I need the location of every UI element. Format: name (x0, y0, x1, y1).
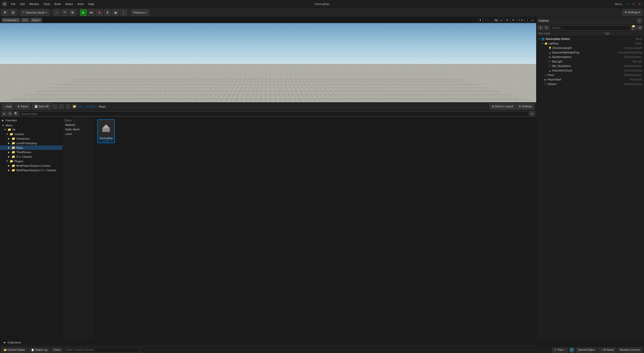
platforms-btn[interactable]: Platforms ▾ (131, 9, 149, 16)
outliner-view-options[interactable]: ⊞ (637, 25, 642, 30)
cb-folder-view[interactable]: 📁 (72, 104, 77, 109)
menu-tools[interactable]: Tools (42, 2, 52, 6)
minimize-button[interactable]: ─ (625, 2, 630, 7)
filter-level[interactable]: Level (64, 132, 94, 136)
output-log-btn[interactable]: 📋 Output Log (29, 347, 49, 352)
menu-window[interactable]: Window (27, 2, 41, 6)
cb-filter-settings[interactable]: ⚙ (8, 111, 13, 116)
menu-actor[interactable]: Actor (75, 2, 86, 6)
tree-levelprototyping[interactable]: ▶ 📁 LevelPrototyping (0, 141, 62, 145)
trace-btn[interactable]: ⏱ Trace ▾ (552, 347, 568, 352)
toolbar-icon-2[interactable]: ⊞ (10, 9, 17, 16)
outliner-filter-btn[interactable]: ▼ (538, 25, 543, 30)
eject-button[interactable]: ⏏ (112, 9, 119, 16)
vp-select-tool[interactable]: ↖ (473, 18, 477, 22)
toolbar-icon-1[interactable]: ⚙ (2, 9, 9, 16)
outliner-sphere[interactable]: ▶ ⬡ Sphere StaticMeshActor (536, 82, 644, 86)
filter-staticmesh[interactable]: Static Mesh (64, 127, 94, 132)
vp-translate-tool[interactable]: ✚ (478, 18, 482, 22)
outliner-skylight[interactable]: ▶ ☀ SkyLight SkyLight (536, 59, 644, 64)
cb-nav-forward[interactable]: → (59, 104, 64, 109)
console-command-input[interactable] (64, 347, 139, 352)
tree-mps-content[interactable]: ▶ 📁 MultiPlayerSession Content (0, 163, 62, 168)
vp-scale-tool[interactable]: ⤡ (489, 18, 493, 22)
outliner-skysphere[interactable]: ▶ ⬡ SM_SkySphere StaticMeshActor (536, 64, 644, 68)
derived-data-btn[interactable]: Derived Data ▾ (576, 347, 597, 352)
breadcrumb-content[interactable]: Content (85, 105, 95, 108)
bottom-bar-right: ⏱ Trace ▾ 🌐 Derived Data ▾ ✓ All Saved R… (552, 347, 642, 352)
tree-thirdperson[interactable]: ▶ 📁 ThirdPerson (0, 150, 62, 154)
outliner-add-folder[interactable]: 📁+ (631, 25, 636, 30)
outliner-skyatmo[interactable]: ▶ 🌤 SkyAtmosphere SkyAtmosphere (536, 55, 644, 59)
cb-filter-btn[interactable]: ▼ (2, 111, 7, 116)
content-drawer-btn[interactable]: 📂 Content Drawer (2, 347, 27, 352)
network-icon[interactable]: 🌐 (569, 347, 574, 352)
cb-search-options[interactable]: ▾ (530, 111, 535, 116)
snap-translate-btn[interactable]: ↔ (53, 9, 60, 16)
cb-import-btn[interactable]: ⬇ Import (15, 103, 30, 110)
cb-settings-btn[interactable]: ⚙ Settings (516, 103, 534, 110)
cb-nav-up[interactable]: ↑ (65, 104, 70, 109)
outliner-cloud[interactable]: ▶ ☁ VolumetricCloud VolumetricCloud (536, 68, 644, 73)
tree-content[interactable]: ▼ 📁 Content (0, 132, 62, 136)
menu-build[interactable]: Build (53, 2, 63, 6)
tree-favorites-header[interactable]: ▶ Favorites (0, 118, 62, 122)
cmd-btn[interactable]: Cmd ▾ (51, 347, 63, 352)
menu-file[interactable]: File (9, 2, 18, 6)
outliner-close-btn[interactable]: ✕ (637, 18, 642, 23)
more-play-btn[interactable]: ⋮ (120, 9, 127, 16)
filter-material[interactable]: Material (64, 123, 94, 127)
revision-control-btn[interactable]: Revision Control ▾ (618, 347, 642, 352)
viewport-3d[interactable]: Perspective ▾ Lit ▾ Show ▾ ↖ ✚ ↷ ⤡ 📷 (0, 17, 536, 102)
restore-button[interactable]: □ (631, 2, 636, 7)
menu-edit[interactable]: Edit (18, 2, 27, 6)
close-button[interactable]: ✕ (637, 2, 642, 7)
tree-cppclasses[interactable]: ▶ 📁 C++ Classes (0, 154, 62, 159)
cb-dock-btn[interactable]: ⊞ Dock in Layout (490, 103, 515, 110)
tree-menu-header[interactable]: ▼ Menu (0, 123, 62, 127)
save-status-btn[interactable]: ✓ All Saved (598, 347, 616, 352)
outliner-settings-btn[interactable]: ⚙ (544, 25, 549, 30)
viewport-perspective-btn[interactable]: Perspective ▾ (2, 18, 20, 22)
menu-help[interactable]: Help (86, 2, 96, 6)
cb-search-input[interactable] (20, 111, 529, 116)
skip-button[interactable]: ⏭ (88, 9, 95, 16)
outliner-playerstart[interactable]: ▶ ▶ PlayerStart PlayerStart (536, 77, 644, 82)
vp-rotate-tool[interactable]: ↷ (483, 18, 488, 22)
asset-startingmap[interactable]: StartingMap Level (97, 119, 115, 143)
mpsc-arrow: ▶ (8, 169, 11, 171)
vp-mode-tool[interactable]: ⊞ (499, 18, 504, 22)
pause-button[interactable]: ⏸ (104, 9, 111, 16)
snap-rotate-btn[interactable]: ↷ (61, 9, 68, 16)
tree-characters[interactable]: ▶ 📁 Characters (0, 136, 62, 141)
viewport-show-btn[interactable]: Show ▾ (30, 18, 42, 22)
tree-maps[interactable]: ▶ 📁 Maps (0, 145, 62, 150)
tree-plugins[interactable]: ▼ 📁 Plugins (0, 159, 62, 163)
outliner-floor[interactable]: ▶ ⬡ Floor StaticMeshActor (536, 73, 644, 77)
drawer-icon: 📂 (4, 348, 7, 351)
outliner-cloud-label: VolumetricCloud (552, 69, 572, 72)
cb-nav-back[interactable]: ← (52, 104, 57, 109)
asset-thumb-startingmap (98, 120, 114, 136)
outliner-startingmap[interactable]: ▼ 🌐 StartingMap (Editor) World (536, 37, 644, 41)
viewport-lit-btn[interactable]: Lit ▾ (21, 18, 29, 22)
outliner-dirlight[interactable]: ▶ 💡 DirectionalLight DirectionalLight (536, 46, 644, 50)
stop-button[interactable]: ■ (96, 9, 103, 16)
settings-btn[interactable]: ⚙ Settings ▾ (622, 9, 642, 16)
vp-camera-tool[interactable]: 📷 (494, 18, 498, 22)
play-button[interactable]: ▶ (80, 9, 87, 16)
menu-select[interactable]: Select (63, 2, 75, 6)
snap-scale-btn[interactable]: ⊞ (69, 9, 76, 16)
cb-add-btn[interactable]: + Add (2, 103, 14, 110)
outliner-lighting[interactable]: ▼ 📁 Lighting Folder (536, 41, 644, 46)
tree-mps-cpp[interactable]: ▶ 📁 MultiPlayerSession C++ Classes (0, 168, 62, 172)
vp-maximize-btn[interactable]: ⊞ (530, 18, 535, 22)
content-area[interactable]: StartingMap Level (95, 117, 536, 340)
selection-mode-btn[interactable]: ↖ Selection Mode ▾ (20, 9, 49, 16)
cursor-icon: ↖ (23, 11, 25, 14)
outliner-search-input[interactable] (550, 25, 630, 30)
outliner-fog[interactable]: ▶ ☁ ExponentialHeightFog ExponentialHeig… (536, 50, 644, 55)
tree-all[interactable]: ▼ 📁 All (0, 127, 62, 132)
cb-save-all-btn[interactable]: 💾 Save All (32, 103, 51, 110)
breadcrumb-all[interactable]: All (78, 105, 82, 108)
